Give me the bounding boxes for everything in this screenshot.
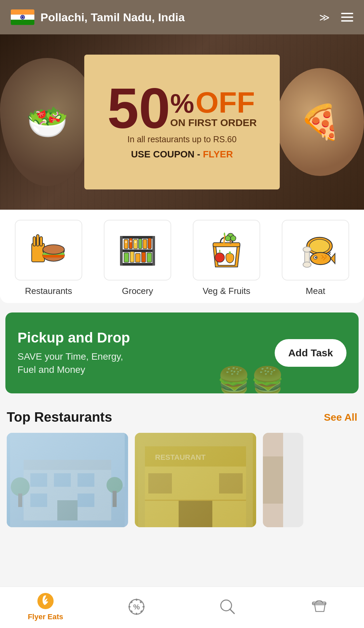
on-first-order-text: ON FIRST ORDER bbox=[170, 116, 257, 129]
category-meat-label: Meat bbox=[306, 286, 325, 296]
categories-section: Restaurants bbox=[0, 210, 364, 303]
svg-rect-65 bbox=[78, 494, 94, 507]
pickup-subtitle: SAVE your Time, Energy,Fuel and Money bbox=[18, 350, 275, 376]
banner-description: In all restaurants up to RS.60 bbox=[127, 134, 237, 144]
svg-rect-84 bbox=[136, 599, 137, 601]
svg-point-49 bbox=[309, 239, 330, 253]
svg-rect-60 bbox=[24, 460, 111, 470]
pickup-title: Pickup and Drop bbox=[18, 330, 275, 346]
svg-rect-86 bbox=[128, 606, 130, 607]
meat-icon-box: ✕ bbox=[282, 220, 349, 280]
svg-point-38 bbox=[125, 241, 127, 243]
svg-rect-37 bbox=[147, 253, 152, 262]
discount-off: OFF bbox=[195, 88, 255, 117]
svg-rect-47 bbox=[229, 251, 231, 254]
svg-rect-61 bbox=[30, 473, 47, 487]
svg-rect-20 bbox=[43, 255, 64, 258]
svg-text:✕: ✕ bbox=[327, 251, 331, 256]
menu-line-2 bbox=[341, 17, 353, 18]
restaurant-image-3 bbox=[263, 433, 283, 527]
veg-icon-box bbox=[193, 220, 260, 280]
svg-line-93 bbox=[230, 609, 234, 614]
svg-rect-14 bbox=[33, 237, 36, 246]
banner-discount-row: 50 % OFF ON FIRST ORDER bbox=[107, 84, 257, 132]
category-restaurants[interactable]: Restaurants bbox=[7, 220, 90, 296]
restaurant-image-2: RESTAURANT bbox=[135, 433, 256, 527]
svg-rect-36 bbox=[142, 252, 146, 262]
svg-rect-87 bbox=[143, 606, 145, 607]
nav-cart[interactable] bbox=[298, 598, 339, 616]
see-all-link[interactable]: See All bbox=[324, 412, 357, 423]
pickup-drop-banner: Pickup and Drop SAVE your Time, Energy,F… bbox=[5, 312, 359, 393]
svg-rect-62 bbox=[54, 473, 71, 487]
svg-rect-26 bbox=[152, 236, 155, 266]
pickup-text-block: Pickup and Drop SAVE your Time, Energy,F… bbox=[18, 330, 275, 376]
category-grocery[interactable]: Grocery bbox=[96, 220, 179, 296]
category-restaurants-label: Restaurants bbox=[25, 286, 72, 296]
meat-icon: ✕ bbox=[295, 230, 336, 270]
menu-button[interactable] bbox=[341, 13, 353, 22]
svg-point-46 bbox=[215, 253, 224, 262]
nav-home[interactable]: Flyer Eats bbox=[25, 592, 66, 621]
search-icon bbox=[219, 598, 236, 616]
svg-text:RESTAURANT: RESTAURANT bbox=[155, 453, 206, 461]
svg-rect-90 bbox=[130, 610, 133, 612]
svg-rect-25 bbox=[120, 236, 123, 266]
top-restaurants-section: Top Restaurants See All bbox=[0, 403, 364, 533]
nav-search[interactable] bbox=[207, 598, 248, 616]
svg-rect-75 bbox=[179, 500, 212, 527]
category-meat[interactable]: ✕ Meat bbox=[274, 220, 357, 296]
svg-rect-73 bbox=[145, 446, 246, 467]
svg-point-39 bbox=[130, 240, 132, 242]
location-chevron-icon[interactable]: ≫ bbox=[319, 11, 330, 23]
category-grocery-label: Grocery bbox=[122, 286, 153, 296]
svg-rect-41 bbox=[213, 243, 240, 247]
svg-rect-16 bbox=[40, 237, 42, 246]
home-flyer-icon bbox=[37, 592, 54, 610]
add-task-button[interactable]: Add Task bbox=[275, 339, 346, 367]
svg-rect-57 bbox=[10, 433, 125, 527]
location-text[interactable]: Pollachi, Tamil Nadu, India bbox=[40, 11, 313, 24]
svg-rect-0 bbox=[11, 9, 34, 14]
promo-banner: 50 % OFF ON FIRST ORDER In all restauran… bbox=[0, 34, 364, 210]
svg-rect-63 bbox=[78, 473, 94, 487]
restaurant-icon bbox=[28, 230, 69, 270]
restaurant-card-1[interactable] bbox=[7, 433, 128, 527]
restaurant-card-3[interactable] bbox=[263, 433, 303, 527]
menu-line-1 bbox=[341, 13, 353, 14]
svg-rect-29 bbox=[133, 239, 138, 249]
svg-rect-71 bbox=[138, 433, 253, 527]
svg-rect-33 bbox=[124, 253, 129, 262]
discount-percent: % bbox=[170, 90, 194, 117]
svg-rect-24 bbox=[120, 263, 155, 266]
cart-icon bbox=[310, 598, 327, 616]
category-veg-fruits[interactable]: Veg & Fruits bbox=[185, 220, 268, 296]
svg-rect-34 bbox=[130, 251, 134, 262]
restaurants-scroll: RESTAURANT bbox=[7, 433, 357, 527]
top-restaurants-title: Top Restaurants bbox=[7, 410, 112, 425]
header: Pollachi, Tamil Nadu, India ≫ bbox=[0, 0, 364, 34]
svg-rect-32 bbox=[148, 238, 151, 249]
svg-point-21 bbox=[43, 245, 64, 254]
svg-text:%: % bbox=[133, 603, 140, 611]
svg-rect-64 bbox=[30, 494, 47, 507]
restaurant-card-2[interactable]: RESTAURANT bbox=[135, 433, 256, 527]
discount-number: 50 bbox=[107, 84, 170, 132]
offers-icon: % bbox=[128, 598, 145, 616]
svg-rect-15 bbox=[36, 235, 39, 246]
svg-point-52 bbox=[303, 262, 311, 267]
section-header: Top Restaurants See All bbox=[7, 410, 357, 425]
nav-offers[interactable]: % bbox=[116, 598, 157, 616]
svg-rect-85 bbox=[136, 613, 137, 615]
menu-line-3 bbox=[341, 20, 353, 22]
bottom-navigation: Flyer Eats % bbox=[0, 587, 364, 628]
svg-rect-66 bbox=[57, 500, 78, 520]
svg-rect-30 bbox=[139, 239, 142, 249]
svg-rect-70 bbox=[113, 491, 117, 507]
grocery-icon-box bbox=[104, 220, 171, 280]
svg-rect-72 bbox=[145, 446, 246, 527]
svg-rect-68 bbox=[18, 494, 22, 507]
restaurant-image-1 bbox=[7, 433, 128, 527]
grocery-icon bbox=[117, 230, 158, 270]
banner-right-food-image bbox=[276, 68, 364, 176]
